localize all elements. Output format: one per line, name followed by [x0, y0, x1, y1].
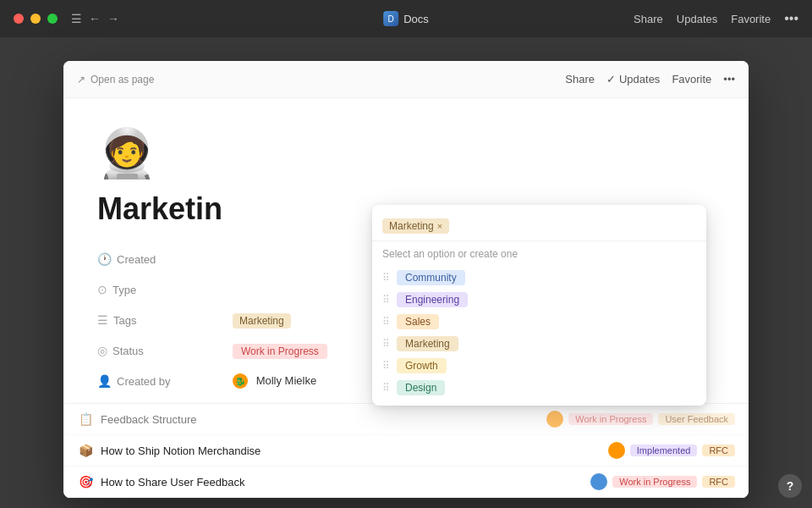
- created-by-avatar: 🐉: [233, 373, 248, 389]
- dropdown-option-community[interactable]: ⠿ Community: [372, 267, 706, 289]
- titlebar-updates-button[interactable]: Updates: [677, 13, 717, 25]
- forward-arrow-icon[interactable]: →: [107, 12, 119, 25]
- drag-handle-icon: ⠿: [382, 272, 390, 284]
- nav-icons: ☰ ← →: [71, 12, 119, 25]
- table-row[interactable]: 🎯 How to Share User Feedback Work in Pro…: [63, 467, 749, 498]
- row-title: Feedback Structure: [101, 413, 540, 426]
- app-name: D Docs: [383, 11, 429, 26]
- open-as-page-button[interactable]: ↗ Open as page: [77, 74, 154, 86]
- tag-badge: RFC: [702, 476, 735, 488]
- titlebar-more-button[interactable]: •••: [784, 11, 798, 26]
- bottom-table-rows: 📋 Feedback Structure Work in Progress Us…: [63, 403, 749, 498]
- checkmark-icon: ✓: [606, 73, 616, 86]
- back-arrow-icon[interactable]: ←: [89, 12, 101, 25]
- tag-marketing[interactable]: Marketing: [233, 313, 291, 329]
- row-title: How to Ship Notion Merchandise: [101, 444, 601, 457]
- open-as-page-icon: ↗: [77, 74, 85, 86]
- type-icon: ⊙: [97, 283, 107, 296]
- drag-handle-icon: ⠿: [382, 294, 390, 306]
- option-tag: Sales: [397, 314, 439, 329]
- tags-label: ☰ Tags: [97, 313, 233, 327]
- status-badge[interactable]: Work in Progress: [233, 344, 327, 359]
- option-tag: Engineering: [397, 292, 468, 307]
- option-tag: Marketing: [397, 336, 458, 351]
- option-tag: Community: [397, 270, 465, 285]
- option-tag: Design: [397, 380, 445, 395]
- panel-more-button[interactable]: •••: [723, 73, 735, 86]
- created-label: 🕐 Created: [97, 252, 233, 266]
- panel-header-right: Share ✓ Updates Favorite •••: [565, 73, 735, 86]
- row-icon: 🎯: [77, 475, 94, 489]
- tags-dropdown: Marketing × Select an option or create o…: [372, 205, 706, 406]
- avatar: [590, 473, 607, 490]
- dropdown-option-growth[interactable]: ⠿ Growth: [372, 355, 706, 377]
- row-right: Implemented RFC: [608, 442, 735, 459]
- tags-value[interactable]: Marketing: [233, 314, 291, 327]
- dropdown-option-engineering[interactable]: ⠿ Engineering: [372, 289, 706, 311]
- dropdown-option-design[interactable]: ⠿ Design: [372, 377, 706, 399]
- remove-tag-button[interactable]: ×: [437, 221, 442, 231]
- dropdown-hint: Select an option or create one: [372, 241, 706, 267]
- panel-favorite-button[interactable]: Favorite: [672, 73, 711, 86]
- clock-icon: 🕐: [97, 252, 112, 266]
- dropdown-option-marketing[interactable]: ⠿ Marketing: [372, 333, 706, 355]
- close-button[interactable]: [14, 14, 24, 24]
- created-by-label: 👤 Created by: [97, 374, 233, 388]
- titlebar-center: D Docs: [383, 11, 429, 26]
- row-icon: 📦: [77, 444, 94, 457]
- status-label: ◎ Status: [97, 344, 233, 357]
- app-icon: D: [383, 11, 398, 26]
- table-row[interactable]: 📦 How to Ship Notion Merchandise Impleme…: [63, 435, 749, 467]
- tags-icon: ☰: [97, 313, 108, 327]
- type-label: ⊙ Type: [97, 283, 233, 296]
- avatar: 🧑‍🚀: [97, 125, 715, 181]
- hamburger-icon[interactable]: ☰: [71, 12, 82, 25]
- person-icon: 👤: [97, 374, 112, 388]
- maximize-button[interactable]: [47, 14, 58, 24]
- tag-badge: User Feedback: [658, 413, 735, 425]
- row-icon: 📋: [77, 412, 94, 426]
- status-badge: Implemented: [630, 444, 698, 456]
- titlebar-right: Share Updates Favorite •••: [634, 11, 798, 26]
- titlebar: ☰ ← → D Docs Share Updates Favorite •••: [0, 0, 812, 37]
- status-icon: ◎: [97, 344, 107, 357]
- tag-badge: RFC: [702, 444, 735, 456]
- drag-handle-icon: ⠿: [382, 360, 390, 372]
- row-right: Work in Progress User Feedback: [546, 411, 735, 428]
- titlebar-share-button[interactable]: Share: [634, 13, 663, 25]
- dropdown-option-sales[interactable]: ⠿ Sales: [372, 311, 706, 333]
- drag-handle-icon: ⠿: [382, 382, 390, 394]
- option-tag: Growth: [397, 358, 447, 373]
- help-button[interactable]: ?: [778, 474, 802, 498]
- dropdown-header: Marketing ×: [372, 212, 706, 241]
- status-value[interactable]: Work in Progress: [233, 345, 327, 357]
- panel-header: ↗ Open as page Share ✓ Updates Favorite …: [63, 61, 749, 98]
- row-title: How to Share User Feedback: [101, 476, 584, 489]
- drag-handle-icon: ⠿: [382, 338, 390, 350]
- drag-handle-icon: ⠿: [382, 316, 390, 328]
- status-badge: Work in Progress: [568, 413, 653, 425]
- titlebar-favorite-button[interactable]: Favorite: [731, 13, 771, 25]
- main-panel: ↗ Open as page Share ✓ Updates Favorite …: [63, 61, 749, 498]
- avatar: [546, 411, 563, 428]
- row-right: Work in Progress RFC: [590, 473, 735, 490]
- panel-updates-button[interactable]: ✓ Updates: [606, 73, 660, 86]
- minimize-button[interactable]: [30, 14, 41, 24]
- panel-share-button[interactable]: Share: [565, 73, 595, 86]
- created-by-value: 🐉 Molly Mielke: [233, 373, 316, 389]
- selected-tag: Marketing ×: [382, 218, 449, 234]
- status-badge: Work in Progress: [612, 476, 697, 488]
- traffic-lights: [14, 14, 58, 24]
- avatar: [608, 442, 625, 459]
- table-row[interactable]: 📋 Feedback Structure Work in Progress Us…: [63, 404, 749, 435]
